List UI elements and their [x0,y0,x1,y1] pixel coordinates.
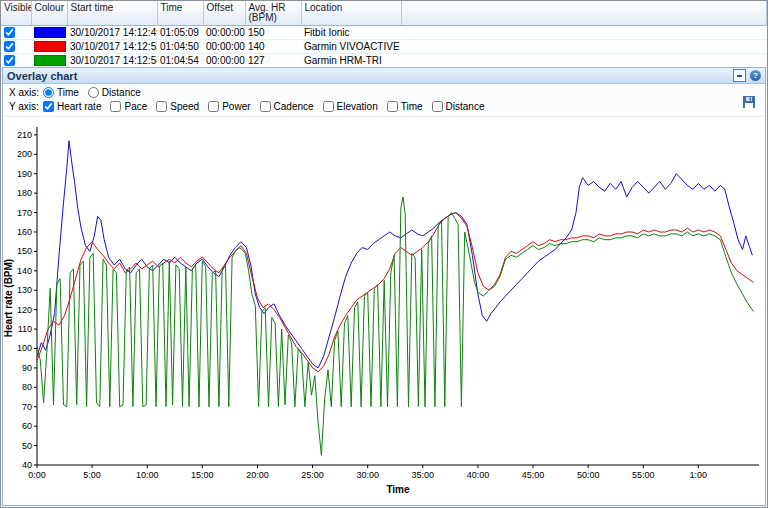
cell-filler [401,26,767,40]
svg-text:Heart rate (BPM): Heart rate (BPM) [3,259,14,337]
help-icon[interactable]: ? [750,70,761,81]
svg-text:70: 70 [22,402,32,412]
y-option-distance[interactable]: Distance [432,101,485,112]
svg-text:210: 210 [17,130,32,140]
x-axis-caption: X axis: [9,87,43,98]
svg-text:40:00: 40:00 [467,470,490,480]
svg-text:35:00: 35:00 [412,470,435,480]
svg-text:50:00: 50:00 [577,470,600,480]
svg-text:1:00: 1:00 [690,470,708,480]
svg-text:5:00: 5:00 [83,470,101,480]
cadence-checkbox[interactable] [260,101,271,112]
cell-filler [401,40,767,54]
cell-colour [31,40,67,54]
time-checkbox[interactable] [387,101,398,112]
col-header-avg-hr[interactable]: Avg. HR (BPM) [245,1,301,26]
cell-location: Garmin HRM-TRI [301,54,401,68]
overlay-chart: 4050607080901001101201301401501601701801… [3,117,765,505]
cell-start-time: 30/10/2017 14:12:49 [67,26,157,40]
x-option-distance[interactable]: Distance [88,87,141,98]
cell-colour [31,26,67,40]
svg-text:15:00: 15:00 [191,470,214,480]
y-option-heart-rate[interactable]: Heart rate [43,101,101,112]
collapse-icon[interactable] [733,69,746,82]
visible-checkbox[interactable] [4,27,15,38]
power-checkbox[interactable] [208,101,219,112]
speed-label: Speed [170,101,199,112]
hrm-comparison-window: Visible Colour Start time Time Offset Av… [0,0,768,508]
save-chart-image-icon[interactable] [741,94,757,110]
cell-visible [1,26,31,40]
pace-label: Pace [124,101,147,112]
cell-start-time: 30/10/2017 14:12:52 [67,40,157,54]
panel-header-icons: ? [733,69,761,82]
power-label: Power [222,101,250,112]
x-time-label: Time [57,87,79,98]
y-option-time[interactable]: Time [387,101,423,112]
cadence-label: Cadence [274,101,314,112]
cell-start-time: 30/10/2017 14:12:54 [67,54,157,68]
table-row[interactable]: 30/10/2017 14:12:49 01:05:09 00:00:00 15… [1,26,767,40]
svg-text:100: 100 [17,343,32,353]
activities-table: Visible Colour Start time Time Offset Av… [1,1,767,68]
col-header-filler [401,1,767,26]
cell-avg-hr: 150 [245,26,301,40]
visible-checkbox[interactable] [4,55,15,66]
svg-text:25:00: 25:00 [301,470,324,480]
col-header-visible[interactable]: Visible [1,1,31,26]
svg-text:170: 170 [17,208,32,218]
cell-avg-hr: 127 [245,54,301,68]
cell-visible [1,40,31,54]
svg-text:110: 110 [18,324,32,334]
svg-text:80: 80 [22,382,32,392]
svg-text:130: 130 [17,285,32,295]
col-header-time[interactable]: Time [157,1,203,26]
y-option-speed[interactable]: Speed [156,101,199,112]
svg-text:160: 160 [17,227,32,237]
minus-glyph [737,75,742,77]
svg-text:20:00: 20:00 [246,470,269,480]
y-option-elevation[interactable]: Elevation [323,101,378,112]
elevation-label: Elevation [337,101,378,112]
heart-rate-chart-area: 4050607080901001101201301401501601701801… [3,117,765,505]
svg-text:190: 190 [17,169,32,179]
table-row[interactable]: 30/10/2017 14:12:52 01:04:50 00:00:00 14… [1,40,767,54]
col-header-colour[interactable]: Colour [31,1,67,26]
cell-time: 01:04:54 [157,54,203,68]
svg-text:90: 90 [22,363,32,373]
col-header-start-time[interactable]: Start time [67,1,157,26]
distance-checkbox[interactable] [432,101,443,112]
svg-text:120: 120 [17,305,32,315]
panel-title: Overlay chart [7,70,77,82]
table-row[interactable]: 30/10/2017 14:12:54 01:04:54 00:00:00 12… [1,54,767,68]
col-header-offset[interactable]: Offset [203,1,245,26]
col-header-location[interactable]: Location [301,1,401,26]
svg-text:150: 150 [17,246,32,256]
heart-rate-label: Heart rate [57,101,101,112]
svg-text:55:00: 55:00 [632,470,655,480]
time-label: Time [401,101,423,112]
colour-swatch [34,27,66,38]
x-time-radio[interactable] [43,87,54,98]
y-option-power[interactable]: Power [208,101,250,112]
svg-text:180: 180 [17,188,32,198]
cell-visible [1,54,31,68]
overlay-chart-panel: Overlay chart ? X axis: Time Distance Y … [2,67,766,506]
y-option-pace[interactable]: Pace [110,101,147,112]
speed-checkbox[interactable] [156,101,167,112]
cell-location: Garmin VIVOACTIVE 3 [301,40,401,54]
cell-time: 01:05:09 [157,26,203,40]
elevation-checkbox[interactable] [323,101,334,112]
cell-offset: 00:00:00 [203,26,245,40]
x-distance-label: Distance [102,87,141,98]
svg-text:140: 140 [17,266,32,276]
svg-text:60: 60 [22,421,32,431]
visible-checkbox[interactable] [4,41,15,52]
x-option-time[interactable]: Time [43,87,79,98]
x-distance-radio[interactable] [88,87,99,98]
svg-text:200: 200 [17,149,32,159]
cell-filler [401,54,767,68]
pace-checkbox[interactable] [110,101,121,112]
heart-rate-checkbox[interactable] [43,101,54,112]
y-option-cadence[interactable]: Cadence [260,101,314,112]
